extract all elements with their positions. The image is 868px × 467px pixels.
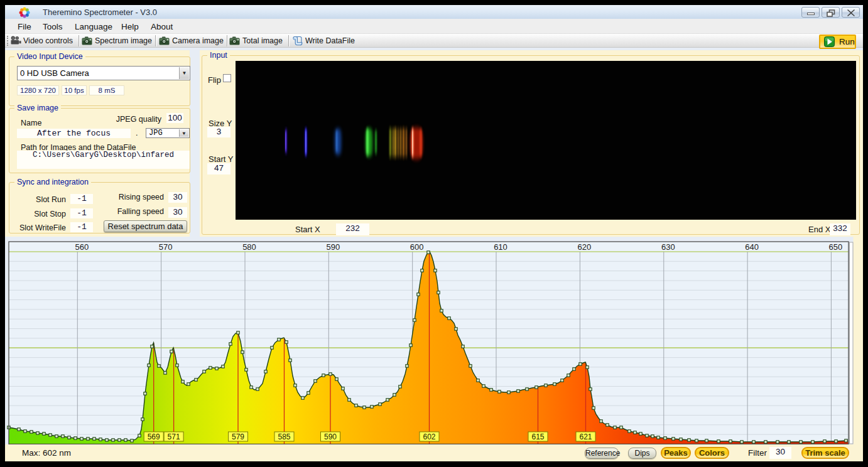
svg-text:621: 621 [579,432,592,441]
svg-text:615: 615 [531,432,544,441]
svg-text:640: 640 [745,242,759,252]
svg-text:570: 570 [159,242,173,252]
svg-text:585: 585 [278,432,290,441]
svg-text:610: 610 [494,242,507,252]
svg-text:579: 579 [232,432,244,441]
svg-text:580: 580 [242,242,256,252]
svg-text:590: 590 [326,242,340,252]
svg-text:569: 569 [148,432,160,441]
svg-text:620: 620 [578,242,592,252]
svg-text:571: 571 [168,432,180,441]
svg-text:650: 650 [829,242,843,252]
svg-text:560: 560 [75,242,89,252]
svg-text:602: 602 [423,432,435,441]
svg-text:590: 590 [324,432,337,441]
svg-text:630: 630 [661,242,675,252]
svg-text:600: 600 [410,242,424,252]
